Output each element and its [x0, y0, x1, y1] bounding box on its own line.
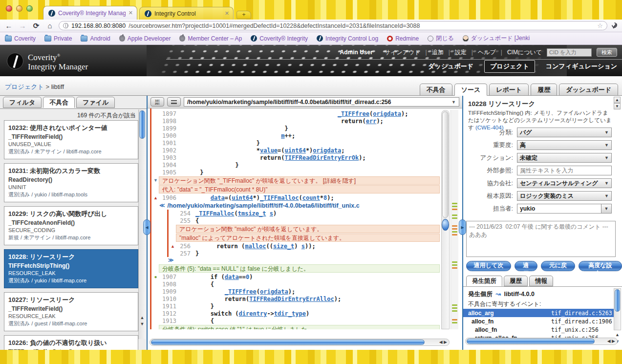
line-numbers-toggle-icon[interactable]: 10≡20≡: [150, 97, 164, 107]
code-identifier-link[interactable]: origdata: [260, 288, 288, 295]
code-identifier-link[interactable]: size_t: [273, 243, 294, 250]
sidebar-tab-item[interactable]: ファイル: [76, 97, 115, 108]
bookmark-item[interactable]: Apple Developer: [119, 35, 171, 42]
code-identifier-link[interactable]: data: [211, 194, 225, 201]
defect-card[interactable]: 10226: 負の値の不適切な取り扱いTIFFReadBufferSetup()…: [4, 335, 138, 350]
new-tab-button[interactable]: +: [236, 11, 251, 19]
defect-minimap[interactable]: [450, 110, 458, 329]
view-tab-active[interactable]: ソース: [454, 84, 488, 96]
code-identifier-link[interactable]: TIFFReadDirEntryErrOk: [285, 154, 359, 161]
code-identifier-link[interactable]: TIFFReadDirEntryErrAlloc: [249, 296, 334, 302]
advanced-settings-button[interactable]: 高度な設定...: [579, 261, 622, 271]
details-spinner[interactable]: ▲▼: [614, 97, 621, 109]
combo-value[interactable]: yukio: [517, 204, 601, 214]
back-icon[interactable]: ←: [4, 21, 14, 30]
minimap-mark[interactable]: [452, 203, 457, 204]
event-row[interactable]: alloc_fntif_dirread.c:1906: [463, 317, 614, 325]
minimap-mark[interactable]: [452, 206, 457, 207]
code-hscrollbar-thumb[interactable]: [151, 340, 425, 345]
breadcrumb-project-link[interactable]: プロジェクト: [5, 83, 44, 90]
minimap-mark[interactable]: [452, 304, 457, 306]
minimap-mark[interactable]: [452, 310, 457, 312]
defect-card[interactable]: 10229: リスクの高い関数呼び出し_TIFFCreateAnonField(…: [4, 206, 138, 245]
minimap-mark[interactable]: [452, 217, 457, 219]
tab-close-icon[interactable]: ✕: [129, 10, 133, 16]
code-vertical-scrollbar[interactable]: [441, 110, 450, 329]
address-bar[interactable]: 192.168.80.80:8080/sourcebrowser.htm?pro…: [59, 21, 607, 30]
cid-search-input[interactable]: [547, 48, 592, 57]
inlined-file-header[interactable]: ≪/home/yukio/marketing/sample/libtiff/ti…: [159, 201, 440, 210]
minimap-mark[interactable]: [452, 225, 457, 227]
collapse-left-handle[interactable]: ◀: [143, 219, 150, 235]
hide-details-link[interactable]: [詳細を隠す]: [323, 177, 356, 184]
minimap-mark[interactable]: [452, 261, 457, 263]
minimap-mark[interactable]: [452, 264, 457, 266]
combo-dropdown-icon[interactable]: ▼: [601, 204, 612, 214]
reload-icon[interactable]: ⟳: [31, 21, 41, 30]
main-nav-item[interactable]: コンフィギュレーション: [546, 62, 617, 71]
view-tab-item[interactable]: レポート: [489, 84, 529, 96]
bookmark-item[interactable]: Coverity® Integrity: [251, 35, 308, 42]
code-identifier-link[interactable]: tmsize_t: [238, 210, 266, 217]
minimap-mark[interactable]: [452, 307, 457, 309]
bookmark-item[interactable]: Redmine: [387, 35, 419, 42]
code-identifier-link[interactable]: err: [366, 118, 377, 125]
code-identifier-link[interactable]: data: [225, 274, 239, 280]
zoom-window-button[interactable]: [26, 5, 33, 12]
bookmark-item[interactable]: Android: [81, 35, 110, 42]
header-link[interactable]: CIMについて: [507, 48, 542, 57]
minimap-mark[interactable]: [452, 234, 457, 236]
collapse-right-handle[interactable]: ▶: [459, 219, 466, 235]
event-row[interactable]: alloc_fntif_unix.c:256: [463, 325, 614, 334]
field-input[interactable]: [517, 166, 612, 175]
wrap-lines-icon[interactable]: [167, 97, 181, 107]
bookmark-item[interactable]: ダッシュボード [Jenki: [463, 34, 530, 43]
details-tab-item[interactable]: 履歴: [504, 276, 528, 286]
code-identifier-link[interactable]: value: [260, 147, 278, 154]
sidebar-tab-active[interactable]: 不具合: [43, 97, 75, 108]
minimap-mark[interactable]: [452, 209, 457, 210]
code-identifier-link[interactable]: origdata: [373, 110, 401, 117]
view-tab-item[interactable]: ダッシュボード: [559, 84, 618, 96]
code-identifier-link[interactable]: malloc: [245, 243, 266, 250]
event-horizontal-scrollbar[interactable]: ◀ ▶: [465, 338, 618, 345]
bookmark-star-icon[interactable]: ☆: [597, 22, 603, 29]
bookmark-item[interactable]: Private: [44, 35, 72, 42]
code-identifier-link[interactable]: uint64: [285, 147, 306, 154]
view-tab-item[interactable]: 不具合: [420, 84, 452, 96]
code-identifier-link[interactable]: _TIFFfree: [225, 288, 257, 295]
tab-close-icon[interactable]: ✕: [225, 10, 229, 17]
revert-button[interactable]: 元に戻す: [541, 261, 575, 271]
collapse-inline-icon[interactable]: ≪: [159, 202, 165, 209]
field-select[interactable]: センティルコンサルティング▼: [517, 178, 612, 188]
field-select[interactable]: 高▼: [517, 140, 612, 150]
wrench-menu-icon[interactable]: [611, 22, 618, 29]
main-nav-item[interactable]: ダッシュボード: [428, 62, 473, 71]
forward-icon[interactable]: →: [18, 21, 27, 30]
browser-tab[interactable]: Integrity Control✕: [139, 7, 234, 20]
code-identifier-link[interactable]: origdata: [313, 147, 341, 154]
sidebar-scrollbar-thumb[interactable]: [139, 110, 145, 139]
header-link[interactable]: サインアウト: [385, 48, 421, 57]
cid-search-button[interactable]: 検索: [597, 48, 617, 57]
left-panel-divider[interactable]: ◀: [147, 96, 148, 350]
bookmark-item[interactable]: 閉じる: [428, 34, 454, 43]
close-window-button[interactable]: [6, 5, 12, 12]
browser-tab[interactable]: Coverity® Integrity Manager✕: [43, 6, 137, 20]
details-tab-active[interactable]: 発生箇所: [466, 276, 502, 286]
right-panel-divider[interactable]: ▶: [462, 96, 463, 350]
code-identifier-link[interactable]: tdir_type: [274, 310, 306, 317]
bookmark-item[interactable]: Coverity: [5, 35, 36, 42]
code-identifier-link[interactable]: uint64: [232, 194, 253, 201]
field-select[interactable]: バグ▼: [517, 128, 612, 137]
view-tab-item[interactable]: 履歴: [531, 84, 557, 96]
minimize-window-button[interactable]: [16, 5, 22, 12]
minimap-mark[interactable]: [452, 231, 457, 233]
code-horizontal-scrollbar[interactable]: ◀ ▶: [150, 339, 450, 346]
header-link[interactable]: ヘルプ: [478, 48, 496, 57]
defect-card[interactable]: 10231: 未初期化のスカラー変数ReadDirectory()UNINIT選…: [4, 163, 138, 202]
code-identifier-link[interactable]: direntry: [239, 310, 267, 317]
minimap-mark[interactable]: [452, 322, 457, 323]
event-scrollbar-thumb[interactable]: [615, 289, 620, 312]
apply-and-next-button[interactable]: 適用して次へ: [466, 261, 511, 271]
